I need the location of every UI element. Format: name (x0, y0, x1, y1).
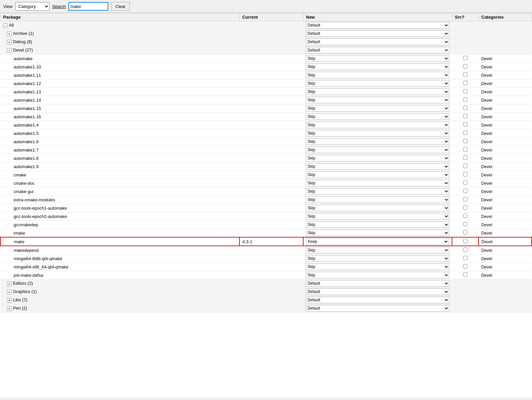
src-checkbox[interactable] (463, 89, 468, 93)
package-row[interactable]: automake1.13SkipDevel (0, 88, 532, 96)
new-version-select[interactable]: Skip (306, 155, 449, 161)
package-row[interactable]: automake1.11SkipDevel (0, 71, 532, 79)
new-version-select[interactable]: Skip (306, 55, 449, 62)
src-checkbox[interactable] (463, 272, 468, 277)
new-version-cell[interactable]: Default (303, 46, 452, 54)
new-version-select[interactable]: Skip (306, 171, 449, 178)
new-version-cell[interactable]: Skip (303, 129, 452, 138)
package-row[interactable]: gccmakedepSkipDevel (0, 221, 532, 229)
new-version-select[interactable]: Skip (306, 263, 449, 270)
src-checkbox[interactable] (463, 189, 468, 193)
new-version-select[interactable]: Skip (306, 205, 449, 211)
expand-icon[interactable]: + (7, 290, 12, 294)
new-version-select[interactable]: Skip (306, 180, 449, 186)
package-row[interactable]: automake1.10SkipDevel (0, 63, 532, 71)
package-row[interactable]: mingw64-x86_64-qt4-qmakeSkipDevel (0, 263, 532, 271)
package-row[interactable]: extra-cmake-modulesSkipDevel (0, 196, 532, 204)
new-version-select[interactable]: Skip (306, 188, 449, 195)
package-row[interactable]: automakeSkipDevel (0, 54, 532, 63)
new-version-cell[interactable]: Skip (303, 154, 452, 162)
src-checkbox[interactable] (463, 72, 468, 77)
new-version-cell[interactable]: Keep (303, 237, 452, 246)
new-version-cell[interactable]: Skip (303, 221, 452, 229)
new-version-cell[interactable]: Default (303, 38, 452, 46)
new-version-cell[interactable]: Default (303, 30, 452, 38)
new-version-cell[interactable]: Skip (303, 162, 452, 171)
new-version-cell[interactable]: Skip (303, 104, 452, 113)
new-version-select[interactable]: Default (306, 288, 449, 295)
new-version-cell[interactable]: Skip (303, 121, 452, 129)
new-version-cell[interactable]: Default (303, 288, 452, 296)
expand-icon[interactable]: + (7, 298, 12, 303)
src-checkbox[interactable] (463, 56, 468, 60)
new-version-cell[interactable]: Skip (303, 196, 452, 204)
package-row[interactable]: cmake-guiSkipDevel (0, 187, 532, 196)
package-row[interactable]: automake1.8SkipDevel (0, 154, 532, 162)
package-row[interactable]: cmakeSkipDevel (0, 171, 532, 179)
new-version-cell[interactable]: Skip (303, 271, 452, 279)
group-row[interactable]: +Graphics (1)Default (0, 288, 532, 296)
new-version-select[interactable]: Skip (306, 63, 449, 70)
new-version-select[interactable]: Skip (306, 147, 449, 153)
new-version-select[interactable]: Skip (306, 163, 449, 170)
new-version-cell[interactable]: Skip (303, 71, 452, 79)
new-version-select[interactable]: Default (306, 297, 449, 303)
group-row[interactable]: +Perl (2)Default (0, 304, 532, 313)
group-row[interactable]: −Devel (27)Default (0, 46, 532, 54)
package-row[interactable]: gcc-tools-epoch1-automakeSkipDevel (0, 204, 532, 212)
src-checkbox[interactable] (463, 222, 468, 226)
search-input[interactable] (68, 2, 108, 11)
src-checkbox[interactable] (463, 106, 468, 110)
group-row[interactable]: +Editors (2)Default (0, 279, 532, 288)
new-version-select[interactable]: Skip (306, 230, 449, 236)
package-row[interactable]: psl-make-dafsaSkipDevel (0, 271, 532, 279)
src-checkbox[interactable] (463, 214, 468, 218)
new-version-select[interactable]: Skip (306, 122, 449, 128)
new-version-select[interactable]: Default (306, 39, 449, 45)
src-checkbox[interactable] (463, 122, 468, 127)
new-version-cell[interactable]: Skip (303, 63, 452, 71)
src-checkbox[interactable] (463, 139, 468, 143)
new-version-cell[interactable]: Skip (303, 171, 452, 179)
new-version-cell[interactable]: Default (303, 21, 452, 30)
src-checkbox[interactable] (463, 131, 468, 135)
new-version-select[interactable]: Skip (306, 255, 449, 262)
new-version-cell[interactable]: Skip (303, 146, 452, 154)
new-version-select[interactable]: Skip (306, 221, 449, 228)
package-row[interactable]: make4.3-1KeepDevel (0, 237, 532, 246)
package-row[interactable]: imakeSkipDevel (0, 229, 532, 238)
src-checkbox[interactable] (463, 97, 468, 102)
package-row[interactable]: cmake-docSkipDevel (0, 179, 532, 187)
new-version-select[interactable]: Skip (306, 196, 449, 203)
new-version-select[interactable]: Skip (306, 213, 449, 220)
expand-icon[interactable]: + (7, 32, 12, 36)
src-checkbox[interactable] (463, 147, 468, 151)
new-version-select[interactable]: Default (306, 280, 449, 287)
new-version-cell[interactable]: Default (303, 296, 452, 304)
package-row[interactable]: mingw64-i686-qt4-qmakeSkipDevel (0, 254, 532, 263)
src-checkbox[interactable] (463, 205, 468, 210)
package-row[interactable]: gcc-tools-epoch2-automakeSkipDevel (0, 212, 532, 221)
clear-button[interactable]: Clear (111, 2, 130, 11)
new-version-select[interactable]: Skip (306, 272, 449, 278)
new-version-select[interactable]: Default (306, 47, 449, 53)
new-version-cell[interactable]: Skip (303, 96, 452, 104)
new-version-select[interactable]: Skip (306, 97, 449, 103)
src-checkbox[interactable] (463, 164, 468, 168)
src-checkbox[interactable] (463, 114, 468, 118)
src-checkbox[interactable] (463, 172, 468, 176)
new-version-select[interactable]: Skip (306, 130, 449, 137)
src-checkbox[interactable] (463, 264, 468, 268)
new-version-cell[interactable]: Skip (303, 229, 452, 238)
new-version-select[interactable]: Default (306, 30, 449, 37)
package-row[interactable]: automake1.12SkipDevel (0, 79, 532, 88)
new-version-cell[interactable]: Default (303, 304, 452, 313)
new-version-select[interactable]: Keep (306, 238, 449, 245)
src-checkbox[interactable] (463, 239, 468, 243)
view-select[interactable]: Category Full Pending Up To Date Not Ins… (15, 2, 49, 11)
new-version-cell[interactable]: Skip (303, 88, 452, 96)
new-version-cell[interactable]: Skip (303, 179, 452, 187)
new-version-cell[interactable]: Skip (303, 263, 452, 271)
package-row[interactable]: automake1.6SkipDevel (0, 138, 532, 146)
src-checkbox[interactable] (463, 256, 468, 260)
